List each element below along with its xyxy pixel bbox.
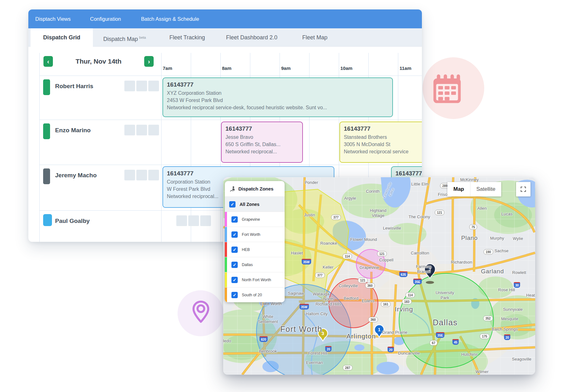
- map-city-label: Grapevine: [360, 265, 379, 270]
- time-label-10am: 10am: [340, 65, 352, 71]
- job-card-robert[interactable]: 16143777 XYZ Corporation Station 2453 W …: [162, 77, 393, 117]
- job-card-enzo-1[interactable]: 16143777 Jesse Bravo 650 S Griffin St, D…: [221, 122, 303, 163]
- checkbox-checked-icon[interactable]: [231, 247, 238, 253]
- map-city-label: Murphy: [490, 236, 504, 241]
- road-shield: 121: [377, 251, 387, 257]
- map-city-label: Corinth: [366, 189, 379, 194]
- checkbox-checked-icon[interactable]: [231, 231, 238, 238]
- zone-label: All Zones: [240, 202, 259, 207]
- job-description: Networked reciprocal...: [225, 148, 298, 155]
- map-city-label: Haslet: [291, 251, 303, 256]
- tab-fleet-map[interactable]: Fleet Map: [302, 28, 327, 47]
- tab-fleet-dashboard[interactable]: Fleet Dashboard 2.0: [226, 28, 277, 47]
- road-shield: 360: [368, 317, 378, 322]
- job-description: Networked reciprocal service: [344, 148, 422, 155]
- menu-item-dispatch-views[interactable]: Disptach Views: [35, 9, 71, 28]
- map-city-label: Lucas: [501, 212, 513, 217]
- map-type-control: Map Satellite: [447, 182, 501, 196]
- job-address: 650 S Griffin St, Dallas...: [225, 141, 298, 148]
- map-city-label: Forest Hill: [308, 351, 327, 356]
- zone-row-grapevine[interactable]: Grapevine: [225, 212, 285, 227]
- job-id: 16143777: [225, 125, 298, 132]
- map-city-label: Irving: [395, 305, 413, 313]
- map-city-label: Hutchins: [461, 352, 478, 357]
- zone-label: Fort Worth: [242, 232, 260, 237]
- tab-dispatch-map[interactable]: Dispatch Mapbeta: [103, 28, 146, 47]
- zone-row-all-zones[interactable]: All Zones: [225, 197, 285, 212]
- map-city-label: Watauga: [313, 292, 330, 297]
- map-city-label: Seagoville: [512, 357, 531, 362]
- road-shield: 45: [452, 339, 459, 345]
- road-shield: 190: [484, 249, 493, 255]
- checkbox-checked-icon[interactable]: [231, 216, 238, 223]
- road-shield: 377: [315, 273, 325, 278]
- road-shield: 114: [343, 254, 352, 259]
- map-city-label: Colleyville: [339, 283, 358, 288]
- map-city-label: Grand Prairie: [382, 330, 407, 335]
- map-city-label: Rowlett: [512, 270, 526, 275]
- map-button[interactable]: Map: [447, 182, 470, 196]
- road-shield: 20: [325, 346, 332, 352]
- zone-row-fort-worth[interactable]: Fort Worth: [225, 227, 285, 242]
- zone-row-north-fort-worth[interactable]: North Fort Worth: [225, 272, 285, 287]
- time-label-8am: 8am: [222, 65, 231, 71]
- map-city-label: Euless: [362, 298, 374, 304]
- road-shield: 352: [483, 316, 493, 321]
- road-shield: 175: [480, 334, 490, 339]
- road-shield: 635: [399, 271, 407, 277]
- zone-row-south-of-20[interactable]: South of 20: [225, 287, 285, 302]
- zone-row-heb[interactable]: HEB: [225, 242, 285, 257]
- map-city-label: Roanoke: [320, 241, 337, 246]
- map-city-label: Garland: [481, 268, 504, 275]
- zone-color-stripe: [225, 287, 227, 302]
- placeholder-box: [148, 81, 159, 91]
- map-city-label: Haltom City: [306, 311, 327, 316]
- placeholder-box: [136, 170, 147, 180]
- placeholder-box: [124, 81, 135, 91]
- map-city-label: Justin: [304, 213, 315, 218]
- dispatch-zones-panel: Dispatch Zones All Zones Grapevine Fort …: [225, 181, 285, 302]
- time-label-7am: 7am: [163, 65, 172, 71]
- road-shield: 360: [365, 283, 375, 288]
- road-shield: 121: [358, 278, 368, 283]
- checkbox-checked-icon[interactable]: [231, 262, 238, 268]
- road-shield: 75: [469, 224, 477, 230]
- dispatch-zones-icon: [229, 186, 236, 192]
- checkbox-checked-icon[interactable]: [229, 201, 236, 207]
- tab-dispatch-grid[interactable]: Dispatch Grid: [31, 28, 93, 47]
- menu-item-batch-assign-schedule[interactable]: Batch Assign & Schedule: [141, 9, 199, 28]
- map-city-label: Argyle: [344, 196, 356, 201]
- checkbox-checked-icon[interactable]: [231, 292, 238, 298]
- map-city-label: Fort Worth: [280, 324, 322, 334]
- job-address: 3005 N McDonald St: [344, 141, 422, 148]
- menu-item-configuration[interactable]: Configuration: [90, 9, 121, 28]
- map-city-label: Arlington: [346, 332, 376, 340]
- map-city-label: Mesquite: [501, 316, 518, 321]
- map-city-label: North Richland Hills: [315, 297, 341, 307]
- tab-fleet-tracking[interactable]: Fleet Tracking: [169, 28, 205, 47]
- checkbox-checked-icon[interactable]: [231, 277, 238, 283]
- map-city-label: Wilmer: [475, 369, 489, 374]
- job-card-enzo-2[interactable]: 16143777 Stanstead Brothers 3005 N McDon…: [339, 122, 422, 163]
- next-day-button[interactable]: ›: [144, 56, 154, 67]
- placeholder-box: [200, 215, 211, 226]
- placeholder-box: [148, 125, 159, 135]
- zone-label: North Fort Worth: [242, 278, 271, 282]
- fullscreen-button[interactable]: [516, 182, 531, 196]
- zone-label: HEB: [242, 247, 250, 252]
- satellite-button[interactable]: Satellite: [470, 182, 501, 196]
- time-label-11am: 11am: [400, 65, 412, 71]
- map-city-label: Lewisville: [383, 226, 401, 231]
- prev-day-button[interactable]: ‹: [43, 56, 53, 67]
- job-customer: XYZ Corporation Station: [167, 89, 389, 97]
- road-shield: 121: [435, 210, 445, 215]
- placeholder-box: [124, 125, 135, 135]
- placeholder-box: [124, 170, 135, 180]
- zone-row-dallas[interactable]: Dallas: [225, 257, 285, 272]
- map-city-label: The Colony: [409, 214, 430, 219]
- map-city-label: Dallas: [433, 318, 457, 327]
- map-city-label: Richardson: [451, 260, 472, 265]
- job-customer: Jesse Bravo: [225, 134, 298, 141]
- placeholder-box: [136, 125, 147, 135]
- job-address: 2453 W Forest Park Blvd: [167, 97, 389, 104]
